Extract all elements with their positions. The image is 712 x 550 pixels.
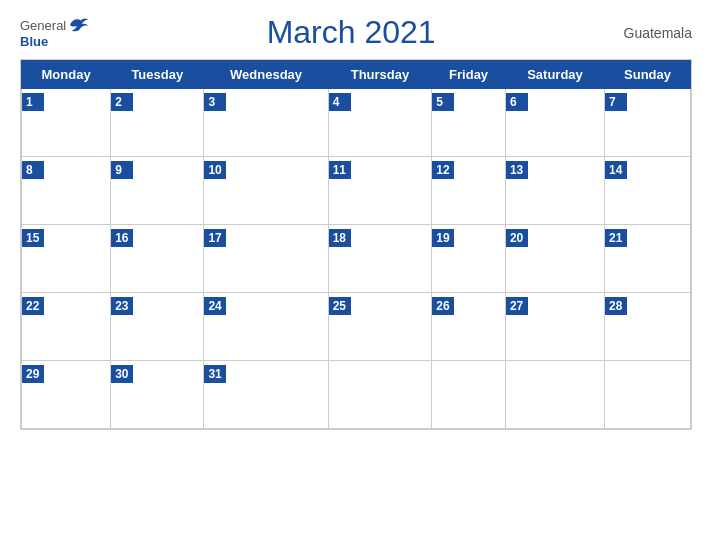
header-wednesday: Wednesday <box>204 61 328 89</box>
date-num-11: 11 <box>329 161 351 179</box>
cell-w3-d1: 15 <box>22 225 111 293</box>
header-friday: Friday <box>432 61 506 89</box>
header-tuesday: Tuesday <box>111 61 204 89</box>
week-row-5: 293031 <box>22 361 691 429</box>
cell-w3-d7: 21 <box>605 225 691 293</box>
country-label: Guatemala <box>612 25 692 41</box>
week-row-3: 15161718192021 <box>22 225 691 293</box>
cell-w5-d1: 29 <box>22 361 111 429</box>
date-num-24: 24 <box>204 297 226 315</box>
cell-w2-d2: 9 <box>111 157 204 225</box>
date-num-8: 8 <box>22 161 44 179</box>
day-headers-row: Monday Tuesday Wednesday Thursday Friday… <box>22 61 691 89</box>
date-num-16: 16 <box>111 229 133 247</box>
cell-w2-d5: 12 <box>432 157 506 225</box>
date-num-15: 15 <box>22 229 44 247</box>
logo: General Blue <box>20 16 90 49</box>
date-num-27: 27 <box>506 297 528 315</box>
date-num-18: 18 <box>329 229 351 247</box>
cell-w4-d1: 22 <box>22 293 111 361</box>
cell-w4-d7: 28 <box>605 293 691 361</box>
cell-w1-d4: 4 <box>328 89 432 157</box>
calendar-table: Monday Tuesday Wednesday Thursday Friday… <box>21 60 691 429</box>
date-num-13: 13 <box>506 161 528 179</box>
cell-w2-d3: 10 <box>204 157 328 225</box>
cell-w5-d3: 31 <box>204 361 328 429</box>
cell-w3-d3: 17 <box>204 225 328 293</box>
date-num-4: 4 <box>329 93 351 111</box>
cell-w3-d5: 19 <box>432 225 506 293</box>
header-thursday: Thursday <box>328 61 432 89</box>
cell-w1-d2: 2 <box>111 89 204 157</box>
cell-w2-d4: 11 <box>328 157 432 225</box>
cell-w1-d5: 5 <box>432 89 506 157</box>
header-saturday: Saturday <box>505 61 604 89</box>
header-monday: Monday <box>22 61 111 89</box>
logo-blue-text: Blue <box>20 34 48 49</box>
date-num-25: 25 <box>329 297 351 315</box>
date-num-31: 31 <box>204 365 226 383</box>
cell-w4-d5: 26 <box>432 293 506 361</box>
cell-w2-d6: 13 <box>505 157 604 225</box>
logo-general-text: General <box>20 18 66 33</box>
date-num-23: 23 <box>111 297 133 315</box>
date-num-5: 5 <box>432 93 454 111</box>
cell-w3-d6: 20 <box>505 225 604 293</box>
date-num-7: 7 <box>605 93 627 111</box>
date-num-26: 26 <box>432 297 454 315</box>
logo-bird-icon <box>68 16 90 34</box>
date-num-3: 3 <box>204 93 226 111</box>
week-row-4: 22232425262728 <box>22 293 691 361</box>
date-num-22: 22 <box>22 297 44 315</box>
week-row-1: 1234567 <box>22 89 691 157</box>
cell-w2-d1: 8 <box>22 157 111 225</box>
cell-w1-d3: 3 <box>204 89 328 157</box>
cell-w5-d6 <box>505 361 604 429</box>
cell-w3-d4: 18 <box>328 225 432 293</box>
month-title: March 2021 <box>90 14 612 51</box>
cell-w5-d2: 30 <box>111 361 204 429</box>
cell-w1-d7: 7 <box>605 89 691 157</box>
date-num-1: 1 <box>22 93 44 111</box>
cell-w4-d6: 27 <box>505 293 604 361</box>
cell-w5-d4 <box>328 361 432 429</box>
calendar: Monday Tuesday Wednesday Thursday Friday… <box>20 59 692 430</box>
cell-w3-d2: 16 <box>111 225 204 293</box>
cell-w4-d2: 23 <box>111 293 204 361</box>
date-num-9: 9 <box>111 161 133 179</box>
page-header: General Blue March 2021 Guatemala <box>20 10 692 55</box>
date-num-14: 14 <box>605 161 627 179</box>
date-num-20: 20 <box>506 229 528 247</box>
date-num-12: 12 <box>432 161 454 179</box>
date-num-21: 21 <box>605 229 627 247</box>
date-num-28: 28 <box>605 297 627 315</box>
cell-w5-d7 <box>605 361 691 429</box>
week-row-2: 891011121314 <box>22 157 691 225</box>
date-num-10: 10 <box>204 161 226 179</box>
cell-w5-d5 <box>432 361 506 429</box>
date-num-19: 19 <box>432 229 454 247</box>
date-num-17: 17 <box>204 229 226 247</box>
date-num-6: 6 <box>506 93 528 111</box>
date-num-30: 30 <box>111 365 133 383</box>
cell-w4-d4: 25 <box>328 293 432 361</box>
date-num-2: 2 <box>111 93 133 111</box>
cell-w2-d7: 14 <box>605 157 691 225</box>
header-sunday: Sunday <box>605 61 691 89</box>
cell-w1-d1: 1 <box>22 89 111 157</box>
date-num-29: 29 <box>22 365 44 383</box>
cell-w4-d3: 24 <box>204 293 328 361</box>
cell-w1-d6: 6 <box>505 89 604 157</box>
